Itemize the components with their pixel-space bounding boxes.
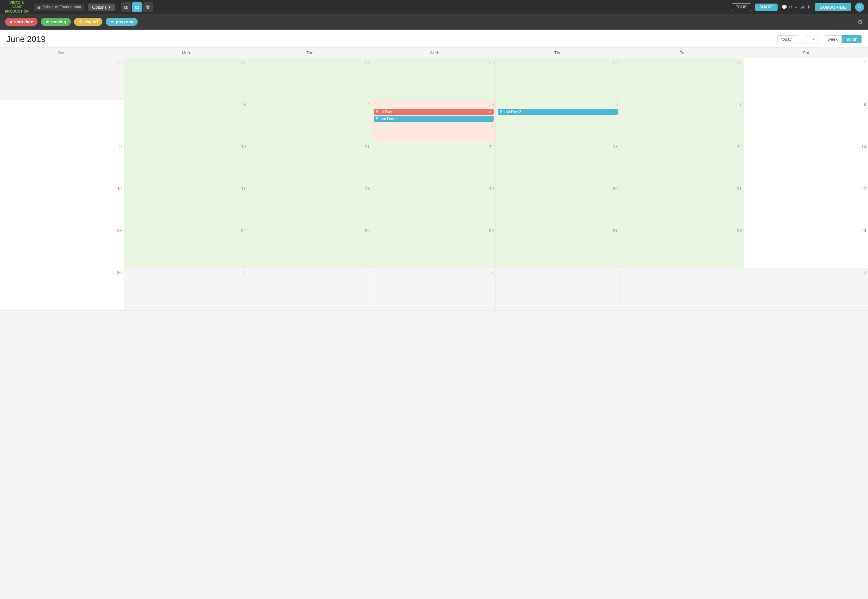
calendar-cell[interactable]: 15 (744, 142, 868, 184)
calendar-cell[interactable]: 4 (496, 268, 620, 310)
day-number: 31 (622, 59, 742, 66)
day-number: 2 (2, 101, 122, 108)
calendar-cell[interactable]: 5 (620, 268, 744, 310)
event-type-toolbar: ■ start date ★ moving ☆ day off ✦ prep d… (0, 14, 868, 30)
day-number: 10 (126, 143, 246, 150)
calendar-cell[interactable]: 4 (248, 100, 372, 142)
calendar-cell[interactable]: 27 (496, 226, 620, 268)
day-number: 8 (746, 101, 866, 108)
calendar-cell[interactable]: 1 (744, 58, 868, 100)
calendar-cell[interactable]: 14 (620, 142, 744, 184)
table-view-button[interactable]: ▤ (132, 2, 142, 12)
calendar-cell[interactable]: 21 (620, 184, 744, 226)
calendar-cell[interactable]: 17 (124, 184, 248, 226)
calendar-cell[interactable]: 8 (744, 100, 868, 142)
calendar-cell[interactable]: 30 (496, 58, 620, 100)
calendar-cell[interactable]: 3 (372, 268, 496, 310)
comment-icon[interactable]: 💬 (781, 5, 787, 10)
calendar-cell[interactable]: 29 (744, 226, 868, 268)
tour-button[interactable]: TOUR (732, 3, 751, 11)
calendar-cell[interactable]: 16 (0, 184, 124, 226)
refresh-icon[interactable]: ↺ (789, 5, 793, 10)
calendar-cell[interactable]: 28 (620, 226, 744, 268)
print-icon[interactable]: 🖨 (800, 5, 805, 10)
calendar-cell[interactable]: 6 (744, 268, 868, 310)
start-date-button[interactable]: ■ start date (5, 18, 38, 26)
schedule-tab-icon: ▣ (37, 5, 41, 10)
calendar-cell[interactable]: 29 (372, 58, 496, 100)
day-header-mon: Mon (124, 48, 248, 58)
day-off-button[interactable]: ☆ day off (74, 18, 103, 26)
event-close-button[interactable]: ✕ (489, 110, 492, 114)
action-icons: 💬 ↺ ✓ 🖨 ⬇ (781, 5, 811, 10)
calendar-cell[interactable]: 6Shoot Day 2 (496, 100, 620, 142)
day-number: 7 (622, 101, 742, 108)
day-number: 27 (126, 59, 246, 66)
download-icon[interactable]: ⬇ (807, 5, 811, 10)
calendar-cell[interactable]: 27 (124, 58, 248, 100)
calendar-cell[interactable]: 7 (620, 100, 744, 142)
start-date-icon: ■ (10, 20, 12, 24)
prep-day-button[interactable]: ✦ prep day (105, 18, 138, 26)
calendar-cell[interactable]: 13 (496, 142, 620, 184)
trash-button[interactable]: 🗑 (143, 2, 153, 12)
calendar-cell[interactable]: 12 (372, 142, 496, 184)
calendar-cell[interactable]: 22 (744, 184, 868, 226)
schedule-tab[interactable]: ▣ Schedule Touring Man (34, 3, 84, 11)
calendar-cell[interactable]: 25 (248, 226, 372, 268)
share-button[interactable]: SHARE (755, 3, 778, 11)
avatar[interactable]: C (855, 3, 864, 12)
day-off-label: day off (84, 20, 98, 24)
calendar-cell[interactable]: 1 (124, 268, 248, 310)
calendar-cell[interactable]: 26 (0, 58, 124, 100)
subscribe-button[interactable]: SUBSCRIBE (815, 3, 851, 11)
day-off-icon: ☆ (78, 20, 83, 24)
moving-icon: ★ (45, 20, 49, 24)
day-header-sat: Sat (744, 48, 868, 58)
day-header-fri: Fri (620, 48, 744, 58)
calendar-cell[interactable]: 30 (0, 268, 124, 310)
calendar-cell[interactable]: 3 (124, 100, 248, 142)
day-number: 6 (498, 101, 618, 108)
day-number: 23 (2, 227, 122, 233)
calendar-cell[interactable]: 23 (0, 226, 124, 268)
settings-icon[interactable]: ⚙ (857, 18, 863, 26)
prev-arrow-button[interactable]: ‹ (798, 35, 807, 44)
calendar-cell[interactable]: 28 (248, 58, 372, 100)
calendar-event[interactable]: Shoot Day 2 (498, 109, 618, 115)
day-number: 6 (746, 269, 866, 275)
next-arrow-button[interactable]: › (809, 35, 818, 44)
event-label: Shoot Day 2 (500, 110, 521, 114)
calendar-cell[interactable]: 2 (248, 268, 372, 310)
calendar-cell[interactable]: 26 (372, 226, 496, 268)
calendar-event[interactable]: Start Day✕ (374, 109, 494, 115)
day-number: 17 (126, 185, 246, 191)
day-number: 12 (374, 143, 494, 150)
calendar-cell[interactable]: 10 (124, 142, 248, 184)
calendar-cell[interactable]: 5Start Day✕Shoot Day 1 (372, 100, 496, 142)
month-view-button[interactable]: month (842, 35, 862, 43)
grid-view-button[interactable]: ▦ (121, 2, 131, 12)
calendar-cell[interactable]: 18 (248, 184, 372, 226)
day-number: 24 (126, 227, 246, 233)
moving-button[interactable]: ★ moving (41, 18, 71, 26)
week-view-button[interactable]: week (824, 35, 842, 43)
start-date-label: start date (14, 20, 33, 24)
calendar-cell[interactable]: 2 (0, 100, 124, 142)
calendar-cell[interactable]: 19 (372, 184, 496, 226)
day-number: 28 (622, 227, 742, 233)
check-icon[interactable]: ✓ (795, 5, 799, 10)
calendar-cell[interactable]: 20 (496, 184, 620, 226)
day-number: 22 (746, 185, 866, 191)
view-buttons: week month (824, 35, 862, 43)
calendar-event[interactable]: Shoot Day 1 (374, 116, 494, 122)
calendar-cell[interactable]: 9 (0, 142, 124, 184)
calendar-title: June 2019 (6, 34, 45, 44)
options-dropdown[interactable]: Options ▾ (88, 3, 115, 11)
today-button[interactable]: today (777, 35, 796, 43)
calendar-cell[interactable]: 24 (124, 226, 248, 268)
calendar-cell[interactable]: 31 (620, 58, 744, 100)
prep-day-icon: ✦ (110, 20, 114, 24)
calendar-cell[interactable]: 11 (248, 142, 372, 184)
day-number: 2 (250, 269, 370, 275)
